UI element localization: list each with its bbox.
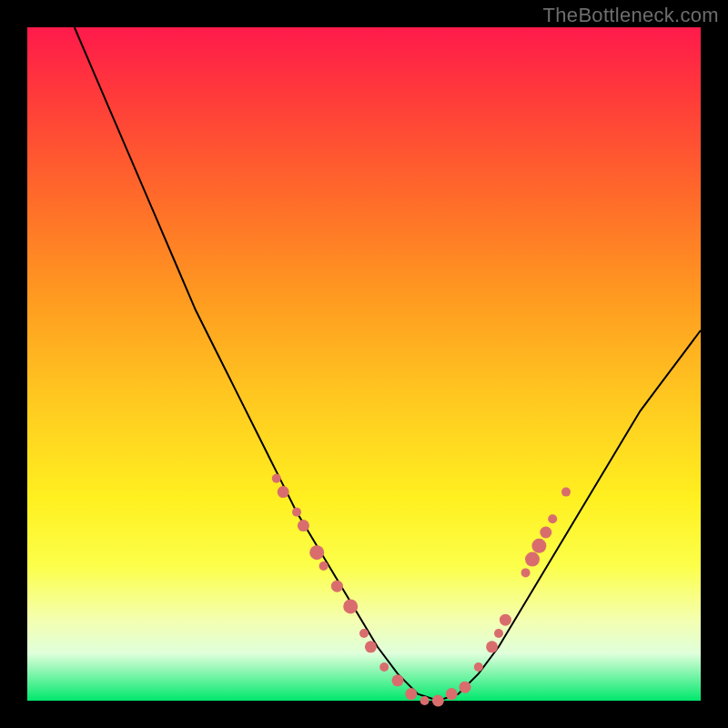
data-marker	[365, 641, 377, 652]
bottleneck-curve	[75, 27, 701, 701]
data-marker	[494, 629, 503, 638]
data-marker	[446, 688, 458, 700]
data-marker	[309, 545, 324, 560]
plot-area	[27, 27, 701, 701]
data-marker	[319, 561, 329, 571]
data-marker	[540, 527, 551, 539]
data-marker	[343, 599, 358, 613]
data-marker	[500, 614, 511, 626]
data-marker	[521, 568, 531, 577]
data-marker	[474, 662, 483, 672]
data-marker	[272, 474, 281, 483]
data-marker	[379, 662, 389, 672]
data-marker	[460, 682, 471, 693]
data-marker	[292, 508, 301, 517]
data-marker	[420, 696, 430, 705]
data-marker	[486, 641, 498, 652]
watermark-text: TheBottleneck.com	[543, 4, 719, 27]
data-marker	[392, 674, 404, 686]
data-marker	[331, 581, 343, 592]
data-marker	[525, 552, 540, 567]
data-marker	[561, 488, 571, 497]
chart-frame: TheBottleneck.com	[0, 0, 728, 728]
chart-svg	[27, 27, 701, 701]
data-marker	[405, 688, 417, 700]
data-marker	[359, 629, 369, 638]
data-marker	[298, 520, 309, 531]
data-marker	[278, 486, 289, 498]
data-marker	[531, 539, 546, 553]
data-marker	[432, 695, 444, 707]
data-marker	[548, 514, 557, 523]
